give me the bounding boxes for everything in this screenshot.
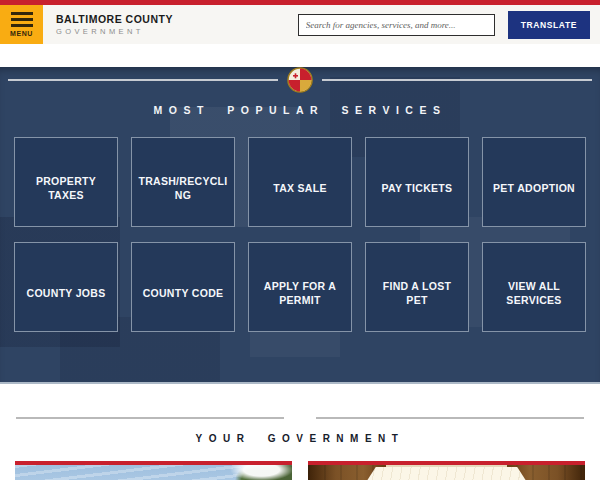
seal-divider <box>8 67 592 93</box>
council-chambers-photo <box>308 465 585 480</box>
gov-card-chambers[interactable] <box>308 461 585 480</box>
service-tile-property-taxes[interactable]: PROPERTY TAXES <box>14 137 118 227</box>
tile-label: VIEW ALL SERVICES <box>488 280 580 307</box>
service-tile-apply-for-a-permit[interactable]: APPLY FOR A PERMIT <box>248 242 352 332</box>
tile-label: PROPERTY TAXES <box>20 175 112 202</box>
popular-services-section: MOST POPULAR SERVICES PROPERTY TAXES TRA… <box>0 67 600 384</box>
gov-card-row <box>15 461 585 480</box>
gov-divider <box>16 417 584 419</box>
tile-label: APPLY FOR A PERMIT <box>254 280 346 307</box>
divider-line-right <box>316 417 584 419</box>
hamburger-icon <box>11 12 33 27</box>
page: MENU BALTIMORE COUNTY GOVERNMENT TRANSLA… <box>0 0 600 480</box>
menu-label: MENU <box>10 30 33 37</box>
service-tile-pay-tickets[interactable]: PAY TICKETS <box>365 137 469 227</box>
your-government-heading: YOUR GOVERNMENT <box>0 433 600 444</box>
search-input[interactable] <box>298 14 495 36</box>
popular-services-heading: MOST POPULAR SERVICES <box>0 104 600 116</box>
divider-line-left <box>16 417 284 419</box>
tile-label: COUNTY JOBS <box>20 287 112 301</box>
service-tile-pet-adoption[interactable]: PET ADOPTION <box>482 137 586 227</box>
service-tile-view-all-services[interactable]: VIEW ALL SERVICES <box>482 242 586 332</box>
county-seal-icon <box>287 67 313 93</box>
tile-label: TAX SALE <box>254 182 346 196</box>
site-header: MENU BALTIMORE COUNTY GOVERNMENT TRANSLA… <box>0 5 600 44</box>
menu-button[interactable]: MENU <box>0 5 43 44</box>
brand-subtitle: GOVERNMENT <box>56 27 173 36</box>
tile-label: COUNTY CODE <box>137 287 229 301</box>
service-tile-county-code[interactable]: COUNTY CODE <box>131 242 235 332</box>
ceiling-light <box>366 467 527 480</box>
gov-card-courthouse[interactable] <box>15 461 292 480</box>
service-tile-county-jobs[interactable]: COUNTY JOBS <box>14 242 118 332</box>
brand-title: BALTIMORE COUNTY <box>56 13 173 25</box>
site-logo[interactable]: BALTIMORE COUNTY GOVERNMENT <box>56 5 173 44</box>
county-courthouse-photo <box>15 465 292 480</box>
tile-label: FIND A LOST PET <box>371 280 463 307</box>
service-tile-grid: PROPERTY TAXES TRASH/RECYCLI NG TAX SALE… <box>14 137 586 332</box>
header-actions: TRANSLATE <box>298 5 600 44</box>
your-government-section: YOUR GOVERNMENT <box>0 417 600 480</box>
tile-label: PAY TICKETS <box>371 182 463 196</box>
service-tile-tax-sale[interactable]: TAX SALE <box>248 137 352 227</box>
service-tile-find-a-lost-pet[interactable]: FIND A LOST PET <box>365 242 469 332</box>
tile-label: PET ADOPTION <box>488 182 580 196</box>
divider-line-left <box>8 79 278 81</box>
service-tile-trash-recycling[interactable]: TRASH/RECYCLI NG <box>131 137 235 227</box>
tile-label: TRASH/RECYCLI NG <box>137 175 229 202</box>
divider-line-right <box>322 79 592 81</box>
translate-button[interactable]: TRANSLATE <box>508 11 590 39</box>
